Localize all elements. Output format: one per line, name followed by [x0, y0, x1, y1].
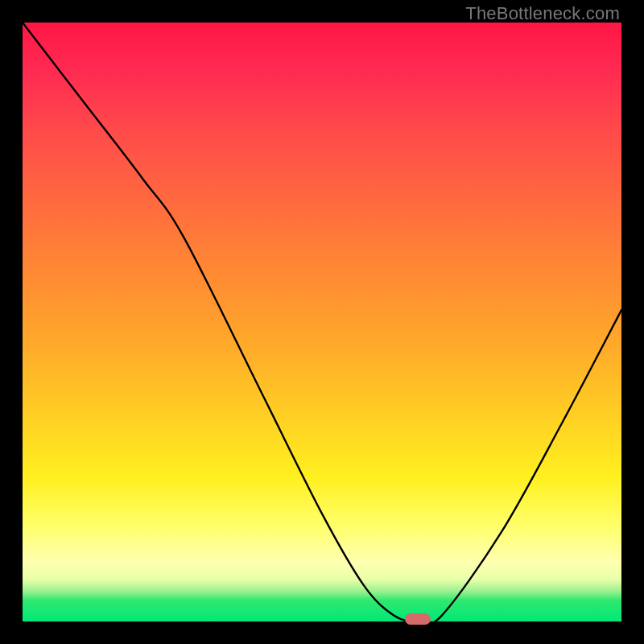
watermark-text: TheBottleneck.com: [465, 3, 620, 24]
bottleneck-curve: [23, 23, 621, 621]
optimal-marker: [405, 613, 431, 625]
plot-area: [23, 23, 621, 621]
chart-frame: TheBottleneck.com: [0, 0, 644, 644]
